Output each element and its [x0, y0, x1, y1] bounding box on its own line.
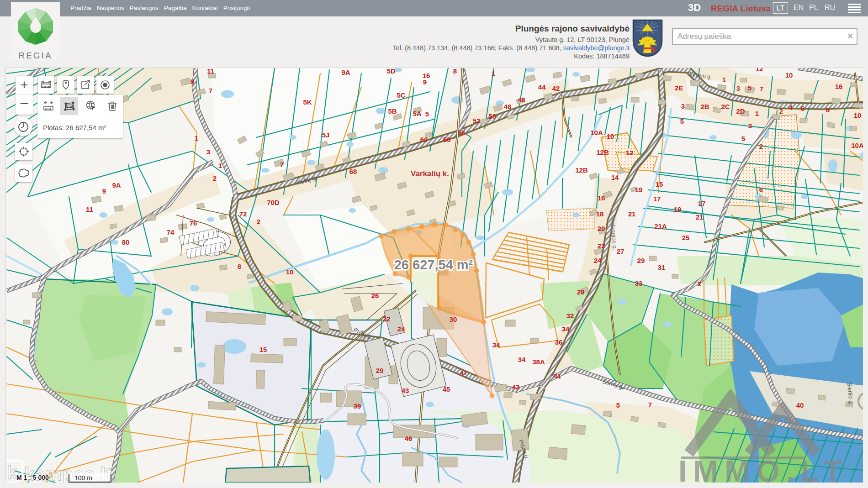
svg-text:47: 47 — [460, 369, 468, 377]
svg-text:11: 11 — [86, 205, 93, 213]
svg-text:52: 52 — [473, 117, 481, 125]
svg-text:80: 80 — [122, 238, 130, 246]
svg-text:5: 5 — [680, 117, 684, 125]
svg-text:5J: 5J — [322, 131, 330, 139]
svg-text:26: 26 — [371, 292, 379, 299]
svg-text:68: 68 — [349, 168, 357, 175]
svg-text:44: 44 — [538, 83, 546, 91]
svg-text:7: 7 — [648, 401, 652, 409]
svg-text:3: 3 — [681, 102, 685, 110]
svg-text:30: 30 — [450, 315, 457, 323]
svg-text:5: 5 — [741, 135, 745, 142]
svg-text:16: 16 — [598, 194, 605, 202]
svg-text:42: 42 — [512, 383, 520, 391]
svg-text:40: 40 — [796, 401, 804, 409]
svg-text:17: 17 — [698, 199, 706, 207]
svg-text:16: 16 — [835, 83, 843, 90]
svg-text:10A: 10A — [851, 142, 863, 149]
svg-text:34: 34 — [562, 325, 570, 333]
svg-text:76: 76 — [190, 219, 197, 227]
svg-text:26 627,54 m²: 26 627,54 m² — [394, 257, 473, 272]
svg-text:4: 4 — [789, 104, 793, 111]
svg-text:7: 7 — [280, 161, 284, 168]
svg-text:41: 41 — [554, 372, 561, 380]
svg-text:46: 46 — [518, 96, 526, 104]
svg-text:5: 5 — [616, 401, 620, 409]
svg-text:1: 1 — [218, 162, 222, 169]
svg-text:9A: 9A — [341, 68, 350, 76]
svg-text:58: 58 — [443, 136, 451, 143]
svg-text:60: 60 — [420, 136, 428, 143]
svg-text:21: 21 — [696, 213, 704, 221]
svg-text:12B: 12B — [575, 166, 588, 174]
svg-text:25: 25 — [682, 234, 690, 241]
svg-text:20: 20 — [598, 225, 605, 232]
svg-text:70D: 70D — [267, 199, 280, 206]
svg-text:2E: 2E — [675, 84, 683, 92]
svg-text:8: 8 — [238, 262, 241, 270]
svg-text:12B: 12B — [596, 148, 609, 156]
svg-text:18: 18 — [596, 210, 604, 218]
svg-text:2: 2 — [257, 218, 260, 226]
svg-text:72: 72 — [239, 210, 247, 218]
svg-text:27: 27 — [617, 247, 625, 255]
svg-text:38A: 38A — [532, 358, 545, 366]
svg-text:12: 12 — [626, 149, 634, 157]
svg-text:33: 33 — [635, 279, 643, 287]
svg-text:14: 14 — [611, 173, 619, 181]
svg-text:IMMO.LT: IMMO.LT — [678, 454, 848, 483]
svg-text:5: 5 — [748, 84, 752, 92]
svg-text:5: 5 — [425, 110, 429, 118]
svg-text:1: 1 — [722, 76, 726, 84]
svg-text:45: 45 — [443, 385, 450, 393]
svg-text:34: 34 — [492, 341, 500, 349]
svg-text:32: 32 — [566, 312, 574, 320]
svg-text:Varkalių k.: Varkalių k. — [411, 169, 449, 178]
svg-text:24: 24 — [594, 257, 602, 264]
svg-text:15: 15 — [259, 346, 267, 353]
svg-text:k: k — [7, 462, 17, 483]
svg-text:9: 9 — [102, 187, 106, 195]
svg-text:8: 8 — [826, 106, 830, 114]
svg-text:M 1 : 5 000: M 1 : 5 000 — [16, 474, 49, 481]
svg-text:5D: 5D — [386, 68, 395, 75]
svg-text:9A: 9A — [112, 181, 121, 189]
svg-text:16: 16 — [423, 72, 430, 79]
svg-text:28: 28 — [577, 288, 585, 296]
svg-text:7: 7 — [760, 85, 763, 93]
svg-text:12: 12 — [756, 68, 763, 73]
svg-text:11: 11 — [207, 68, 214, 75]
svg-text:7: 7 — [209, 87, 212, 94]
svg-text:17: 17 — [653, 195, 661, 203]
svg-text:22: 22 — [383, 315, 391, 323]
svg-text:10: 10 — [286, 268, 294, 276]
svg-text:74: 74 — [167, 228, 175, 236]
svg-text:21: 21 — [628, 210, 636, 218]
svg-text:2D: 2D — [736, 107, 745, 115]
svg-text:19: 19 — [674, 205, 682, 213]
svg-text:2B: 2B — [700, 103, 709, 110]
svg-text:46: 46 — [405, 435, 413, 442]
svg-text:5K: 5K — [303, 98, 312, 106]
svg-text:5C: 5C — [397, 91, 405, 99]
svg-text:29: 29 — [637, 257, 645, 264]
svg-text:10A: 10A — [590, 129, 603, 136]
svg-text:3: 3 — [206, 148, 210, 156]
svg-text:36: 36 — [555, 338, 563, 346]
svg-text:24: 24 — [397, 325, 405, 333]
svg-text:10: 10 — [785, 71, 793, 79]
svg-text:3: 3 — [736, 84, 740, 92]
svg-text:9: 9 — [191, 78, 194, 85]
svg-text:15: 15 — [656, 180, 663, 188]
svg-text:48: 48 — [504, 103, 512, 110]
svg-text:2: 2 — [213, 174, 217, 182]
svg-text:42: 42 — [552, 84, 560, 92]
svg-text:6: 6 — [801, 105, 804, 112]
svg-text:31: 31 — [658, 263, 666, 271]
svg-text:2C: 2C — [721, 103, 730, 110]
svg-text:1: 1 — [195, 134, 198, 142]
svg-text:5B: 5B — [388, 107, 397, 115]
svg-text:50: 50 — [489, 112, 497, 120]
svg-text:2: 2 — [698, 280, 701, 288]
svg-text:1: 1 — [492, 69, 495, 77]
